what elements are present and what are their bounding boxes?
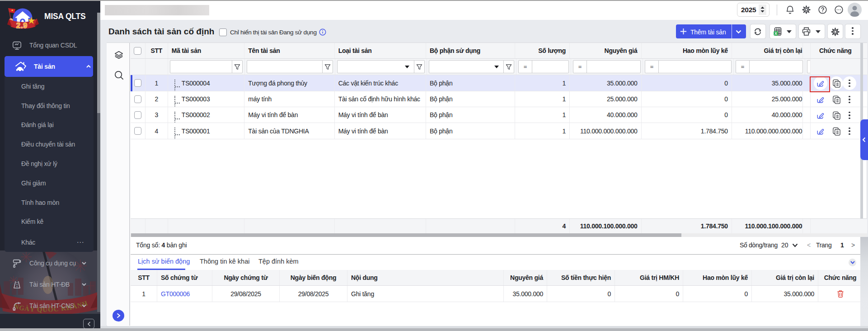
svg-text:2.9: 2.9 xyxy=(16,22,28,29)
svg-text:X: X xyxy=(774,31,777,36)
